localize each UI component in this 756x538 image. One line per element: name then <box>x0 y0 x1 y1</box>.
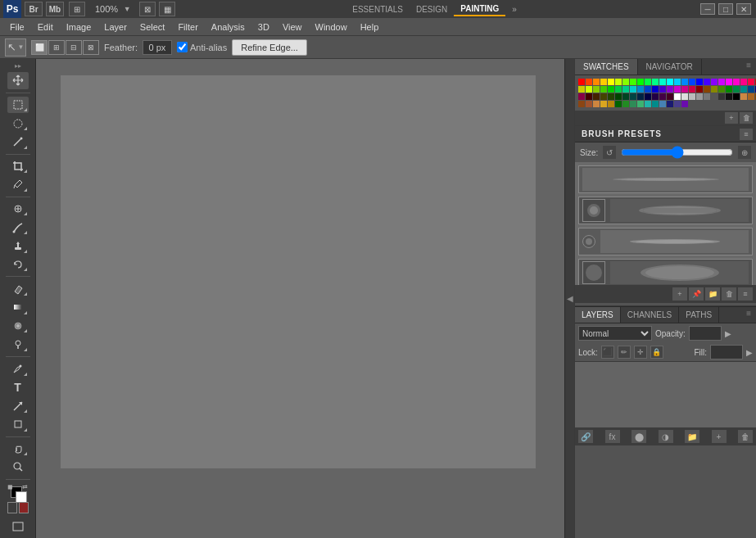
brush-pin-btn[interactable]: 📌 <box>689 287 704 301</box>
brush-folder-btn[interactable]: 📁 <box>705 287 720 301</box>
standard-mode-btn[interactable] <box>7 502 17 513</box>
paths-tab[interactable]: PATHS <box>679 307 719 323</box>
change-screen-mode-btn[interactable] <box>7 518 29 535</box>
swatch-93[interactable] <box>667 101 673 107</box>
menu-image[interactable]: Image <box>60 20 98 34</box>
lock-position-btn[interactable]: ✛ <box>634 346 647 359</box>
layer-folder-btn[interactable]: 📁 <box>685 430 699 443</box>
minimize-btn[interactable]: ─ <box>700 3 715 15</box>
shape-btn[interactable] <box>7 416 29 433</box>
swatch-27[interactable] <box>578 86 585 93</box>
swatch-15[interactable] <box>689 79 695 85</box>
swatch-29[interactable] <box>593 86 600 93</box>
menu-window[interactable]: Window <box>309 20 354 34</box>
close-btn[interactable]: ✕ <box>736 3 751 15</box>
brush-item-3[interactable] <box>578 228 753 255</box>
lock-image-btn[interactable]: ✏ <box>618 346 631 359</box>
brush-options-btn[interactable]: ≡ <box>738 287 753 301</box>
layer-new-btn[interactable]: + <box>712 430 727 443</box>
minibrige-icon[interactable]: Mb <box>46 2 64 16</box>
swatch-34[interactable] <box>630 86 636 93</box>
swatch-5[interactable] <box>615 79 622 85</box>
path-select-btn[interactable] <box>7 397 29 414</box>
feather-input[interactable] <box>143 40 172 55</box>
menu-select[interactable]: Select <box>134 20 172 34</box>
pen-btn[interactable] <box>7 360 29 378</box>
zoom-tool-btn[interactable] <box>7 459 29 476</box>
swatch-36[interactable] <box>645 86 651 93</box>
swatch-64[interactable] <box>652 93 659 100</box>
swatch-92[interactable] <box>659 101 666 107</box>
swatch-16[interactable] <box>696 79 703 85</box>
swatch-59[interactable] <box>615 93 622 100</box>
swatch-38[interactable] <box>659 86 666 93</box>
brush-presets-menu[interactable]: ≡ <box>740 129 753 140</box>
swatch-48[interactable] <box>733 86 740 93</box>
layers-panel-menu[interactable]: ≡ <box>741 307 756 323</box>
swatch-8[interactable] <box>637 79 644 85</box>
blur-btn[interactable] <box>7 318 29 335</box>
healing-btn[interactable] <box>7 201 29 218</box>
swatch-70[interactable] <box>696 93 703 100</box>
menu-layer[interactable]: Layer <box>97 20 134 34</box>
swatch-40[interactable] <box>674 86 681 93</box>
menu-help[interactable]: Help <box>354 20 386 34</box>
navigator-tab[interactable]: NAVIGATOR <box>638 59 702 75</box>
brush-item-4[interactable] <box>578 259 753 285</box>
menu-3d[interactable]: 3D <box>251 20 276 34</box>
eraser-btn[interactable] <box>7 280 29 297</box>
swatch-33[interactable] <box>622 86 629 93</box>
brush-trash-btn[interactable]: 🗑 <box>722 287 736 301</box>
swatch-21[interactable] <box>733 79 740 85</box>
swatch-37[interactable] <box>652 86 659 93</box>
rect-marquee-btn[interactable] <box>7 97 29 114</box>
tool-preset-picker[interactable]: ↖ ▼ <box>5 38 26 57</box>
intersect-selection-btn[interactable]: ⊠ <box>83 40 99 55</box>
text-btn[interactable]: T <box>7 379 29 396</box>
more-workspaces-btn[interactable]: » <box>505 2 523 16</box>
swatch-22[interactable] <box>740 79 747 85</box>
restore-btn[interactable]: □ <box>718 3 733 15</box>
hand-btn[interactable] <box>7 440 29 457</box>
dodge-btn[interactable] <box>7 336 29 353</box>
swatch-11[interactable] <box>659 79 666 85</box>
magic-wand-btn[interactable] <box>7 133 29 151</box>
screen-mode-btn[interactable]: ⊠ <box>139 2 156 16</box>
swatch-84[interactable] <box>600 101 607 107</box>
swatch-9[interactable] <box>645 79 651 85</box>
swatch-19[interactable] <box>718 79 725 85</box>
menu-view[interactable]: View <box>276 20 309 34</box>
lock-all-btn[interactable]: 🔒 <box>650 346 663 359</box>
brush-create-btn[interactable]: + <box>672 287 687 301</box>
swatches-delete-btn[interactable]: 🗑 <box>740 112 753 124</box>
swatch-50[interactable] <box>748 86 754 93</box>
swatch-58[interactable] <box>608 93 614 100</box>
brush-size-confirm[interactable]: ⊕ <box>738 146 751 159</box>
swatch-69[interactable] <box>689 93 695 100</box>
history-brush-btn[interactable] <box>7 256 29 274</box>
painting-btn[interactable]: PAINTING <box>454 2 505 16</box>
swatches-new-btn[interactable]: + <box>725 112 738 124</box>
swatch-66[interactable] <box>667 93 673 100</box>
layer-adjustment-btn[interactable]: ◑ <box>659 430 673 443</box>
brush-item-2[interactable] <box>578 197 753 224</box>
swatch-47[interactable] <box>726 86 732 93</box>
brush-item-1[interactable] <box>578 165 753 193</box>
swatch-46[interactable] <box>718 86 725 93</box>
menu-filter[interactable]: Filter <box>171 20 204 34</box>
swatch-43[interactable] <box>696 86 703 93</box>
swatch-45[interactable] <box>711 86 718 93</box>
crop-btn[interactable] <box>7 157 29 174</box>
swatch-28[interactable] <box>586 86 592 93</box>
view-mode-btn[interactable]: ⊞ <box>69 2 85 16</box>
design-btn[interactable]: DESIGN <box>410 2 454 16</box>
swatch-20[interactable] <box>726 79 732 85</box>
gradient-btn[interactable] <box>7 299 29 316</box>
menu-file[interactable]: File <box>3 20 31 34</box>
swatch-75[interactable] <box>733 93 740 100</box>
swatch-18[interactable] <box>711 79 718 85</box>
swatch-87[interactable] <box>622 101 629 107</box>
swatch-88[interactable] <box>630 101 636 107</box>
swatch-7[interactable] <box>630 79 636 85</box>
swatch-56[interactable] <box>593 93 600 100</box>
